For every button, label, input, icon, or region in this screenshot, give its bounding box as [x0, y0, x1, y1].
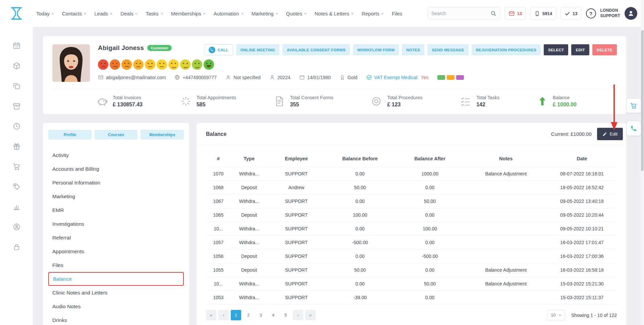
gift-icon[interactable]	[12, 142, 21, 151]
products-icon[interactable]	[12, 62, 21, 70]
nav-item-marketing[interactable]: Marketing	[252, 11, 278, 16]
nav-item-quotes[interactable]: Quotes	[286, 11, 307, 16]
table-row[interactable]: 1057Withdra...SUPPORT-500.000.0016-03-20…	[206, 236, 617, 250]
phone-badge[interactable]: 5914	[530, 7, 556, 19]
client-email[interactable]: abigailjones@mailinator.com	[98, 74, 166, 80]
support-icon[interactable]	[12, 223, 21, 231]
archive-icon[interactable]	[12, 102, 21, 110]
menu-item-activity[interactable]: Activity	[48, 148, 184, 162]
search-input[interactable]	[431, 11, 490, 16]
client-photo[interactable]	[52, 44, 90, 82]
mood-face-5[interactable]	[145, 59, 155, 70]
first-page-button[interactable]: «	[206, 310, 216, 320]
delete-button[interactable]: DELETE	[592, 44, 617, 55]
globe-icon	[174, 74, 180, 80]
call-button[interactable]: CALL	[204, 44, 233, 55]
notes-button[interactable]: NOTES	[402, 44, 424, 55]
mail-badge[interactable]: 13	[504, 7, 526, 19]
tab-courses[interactable]: Courses	[95, 130, 138, 140]
nav-item-memberships[interactable]: Memberships	[171, 11, 206, 16]
menu-item-accounts-and-billing[interactable]: Accounts and Billing	[48, 162, 184, 176]
last-page-button[interactable]: »	[305, 310, 316, 320]
calendar-icon[interactable]: 12	[12, 42, 21, 50]
table-row[interactable]: 1065DepositSUPPORT100.000.0009-05-2022 1…	[206, 208, 617, 222]
menu-item-emr[interactable]: EMR	[48, 203, 184, 217]
mood-face-3[interactable]	[121, 59, 132, 70]
scrollbar[interactable]	[641, 0, 644, 325]
menu-item-balance[interactable]: Balance	[48, 272, 184, 286]
table-row[interactable]: 1056DepositSUPPORT0.00-500.0016-03-2022 …	[206, 250, 617, 263]
edit-client-button[interactable]: EDIT	[571, 44, 589, 55]
page-size-select[interactable]: 10	[547, 310, 565, 320]
menu-item-marketing[interactable]: Marketing	[48, 189, 184, 203]
nav-item-leads[interactable]: Leads	[94, 11, 113, 16]
workflow-form-button[interactable]: WORKFLOW FORM	[353, 44, 399, 55]
menu-item-referral[interactable]: Referral	[48, 231, 184, 245]
tab-memberships[interactable]: Memberships	[141, 130, 184, 140]
edit-balance-button[interactable]: Edit	[597, 128, 623, 140]
menu-item-personal-information[interactable]: Personal Information	[48, 176, 184, 189]
available-consent-forms-button[interactable]: AVAILABLE CONSENT FORMS	[282, 44, 350, 55]
tag-icon[interactable]	[12, 182, 21, 191]
history-icon[interactable]	[12, 122, 21, 130]
nav-item-reports[interactable]: Reports	[362, 11, 384, 16]
table-row[interactable]: 1067Withdra...SUPPORT0.0050.0009-05-2022…	[206, 195, 617, 208]
cart-icon[interactable]	[12, 162, 21, 171]
nav-item-today[interactable]: Today	[36, 11, 54, 16]
nav-item-contacts[interactable]: Contacts	[62, 11, 87, 16]
table-row[interactable]: 1068DepositAndrew50.000.0018-05-2022 16:…	[206, 181, 617, 195]
mood-face-1[interactable]	[98, 59, 108, 70]
send-message-button[interactable]: SEND MESSAGE	[427, 44, 468, 55]
user-menu-avatar[interactable]	[625, 7, 637, 20]
mood-face-7[interactable]	[168, 59, 179, 70]
menu-item-clinic-notes-and-letters[interactable]: Clinic Notes and Letters	[48, 286, 184, 300]
table-row[interactable]: 1055DepositSUPPORT50.000.00Balance Adjus…	[206, 263, 617, 277]
mood-face-9[interactable]	[192, 59, 202, 70]
table-row[interactable]: 10...Withdra...SUPPORT0.00100.0009-05-20…	[206, 222, 617, 236]
online-meeting-button[interactable]: ONLINE MEETING	[236, 44, 279, 55]
table-row[interactable]: 1053Withdra...SUPPORT-39.000.0015-03-202…	[206, 291, 617, 305]
mood-face-10[interactable]	[204, 59, 214, 70]
nav-item-deals[interactable]: Deals	[120, 11, 138, 16]
table-row[interactable]: 10...Withdra...SUPPORT0.0050.00Balance A…	[206, 277, 617, 291]
client-tag-3[interactable]	[456, 75, 464, 80]
menu-item-drinks[interactable]: Drinks	[48, 313, 184, 325]
page-3-button[interactable]: 3	[256, 310, 266, 320]
menu-item-files[interactable]: Files	[48, 258, 184, 272]
app-logo[interactable]	[0, 6, 33, 21]
lock-icon[interactable]	[12, 243, 21, 251]
scrollbar-thumb[interactable]	[641, 30, 644, 171]
page-2-button[interactable]: 2	[243, 310, 254, 320]
nav-item-tasks[interactable]: Tasks	[146, 11, 163, 16]
select-button[interactable]: SELECT	[544, 44, 568, 55]
table-row[interactable]: 1070Withdra...SUPPORT0.001000.00Balance …	[206, 167, 617, 181]
mood-face-2[interactable]	[110, 59, 120, 70]
mood-face-6[interactable]	[157, 59, 167, 70]
tasks-badge[interactable]: 13	[560, 7, 581, 19]
topbar: TodayContactsLeadsDealsTasksMembershipsA…	[0, 0, 644, 27]
page-4-button[interactable]: 4	[268, 310, 278, 320]
floating-cart-button[interactable]	[627, 99, 641, 113]
menu-item-audio-notes[interactable]: Audio Notes	[48, 300, 184, 313]
reports-icon[interactable]	[12, 203, 21, 211]
floating-phone-button[interactable]	[627, 121, 641, 136]
mood-face-8[interactable]	[180, 59, 191, 70]
tab-profile[interactable]: Profile	[48, 130, 92, 140]
client-phone-number[interactable]: +447490009777	[174, 74, 217, 80]
rejuvenation-procedures-button[interactable]: REJUVENATION PROCEDURES	[472, 44, 541, 55]
menu-item-investigations[interactable]: Investigations	[48, 217, 184, 231]
next-page-button[interactable]: ›	[293, 310, 303, 320]
search-icon[interactable]	[490, 10, 496, 16]
nav-item-notes-letters[interactable]: Notes & Letters	[315, 11, 354, 16]
client-tag-2[interactable]	[447, 75, 454, 80]
nav-item-automation[interactable]: Automation	[214, 11, 244, 16]
duplicate-icon[interactable]	[12, 82, 21, 90]
nav-item-files[interactable]: Files	[392, 11, 402, 16]
page-5-button[interactable]: 5	[280, 310, 291, 320]
page-1-button[interactable]: 1	[231, 310, 241, 320]
client-tag-1[interactable]	[437, 75, 445, 80]
mood-face-4[interactable]	[133, 59, 144, 70]
help-button[interactable]: ?	[586, 8, 596, 18]
prev-page-button[interactable]: ‹	[218, 310, 229, 320]
menu-item-appointments[interactable]: Appointments	[48, 245, 184, 258]
